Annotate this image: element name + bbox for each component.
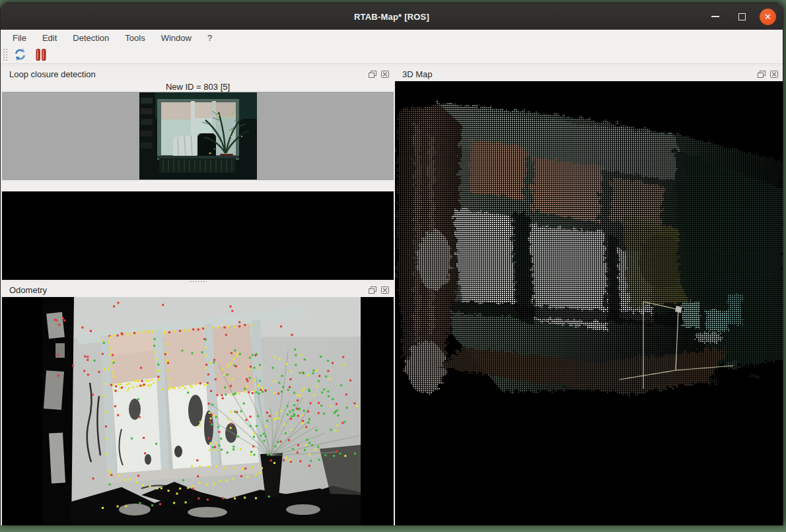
- toolbar-drag-handle[interactable]: [3, 48, 9, 61]
- window-controls: ✕: [707, 3, 776, 30]
- float-icon: [369, 71, 376, 78]
- title-bar[interactable]: RTAB-Map* [ROS] ✕: [1, 3, 783, 30]
- odometry-dock-titlebar[interactable]: Odometry: [2, 283, 394, 297]
- close-box-icon: [770, 71, 778, 78]
- point-cloud-render: [395, 81, 783, 525]
- menu-item-edit[interactable]: Edit: [34, 31, 65, 45]
- rtabmap-window: RTAB-Map* [ROS] ✕ File Edit Detection To…: [0, 3, 783, 525]
- map3d-dock-title: 3D Map: [402, 69, 757, 79]
- minimize-button[interactable]: [707, 8, 724, 25]
- loop-closure-camera-image: [139, 92, 257, 180]
- maximize-icon: [738, 13, 746, 20]
- desktop-background: RTAB-Map* [ROS] ✕ File Edit Detection To…: [0, 0, 786, 532]
- close-box-icon: [381, 71, 389, 78]
- odometry-close-button[interactable]: [380, 286, 390, 294]
- menu-item-detection[interactable]: Detection: [65, 31, 117, 45]
- close-button[interactable]: ✕: [760, 9, 776, 25]
- menu-bar: File Edit Detection Tools Window ?: [1, 30, 783, 46]
- odometry-image-area: [2, 297, 394, 525]
- menu-item-window[interactable]: Window: [153, 31, 199, 45]
- camera-pose-marker: [675, 306, 682, 313]
- maximize-button[interactable]: [733, 8, 750, 25]
- close-box-icon: [381, 286, 389, 294]
- map3d-close-button[interactable]: [769, 70, 779, 78]
- minimize-icon: [711, 16, 719, 17]
- menu-item-tools[interactable]: Tools: [117, 31, 153, 45]
- float-icon: [758, 71, 766, 78]
- refresh-button[interactable]: [11, 47, 28, 63]
- toolbar: [1, 46, 783, 64]
- odometry-camera-image: [42, 297, 361, 525]
- odometry-float-button[interactable]: [368, 286, 377, 294]
- dock-area: Loop closure detection New ID = 803 [: [1, 64, 783, 525]
- window-title: RTAB-Map* [ROS]: [354, 12, 429, 22]
- loop-closure-close-button[interactable]: [380, 70, 390, 78]
- map3d-dock-titlebar[interactable]: 3D Map: [395, 67, 783, 81]
- menu-item-file[interactable]: File: [5, 31, 34, 45]
- menu-item-help[interactable]: ?: [199, 31, 220, 45]
- loop-closure-status-row: New ID = 803 [5]: [2, 81, 394, 92]
- loop-closure-dock-title: Loop closure detection: [9, 69, 368, 79]
- pause-icon: [35, 48, 47, 61]
- loop-closure-float-button[interactable]: [368, 70, 377, 78]
- new-id-status-text: New ID = 803 [5]: [166, 82, 230, 92]
- float-icon: [369, 286, 376, 294]
- loop-closure-dock-titlebar[interactable]: Loop closure detection: [2, 67, 394, 81]
- map3d-float-button[interactable]: [757, 70, 766, 78]
- map3d-viewport[interactable]: [395, 81, 783, 525]
- refresh-icon: [13, 48, 27, 61]
- loop-closure-match-label-row: [2, 180, 394, 191]
- odometry-dock-title: Odometry: [9, 285, 368, 295]
- close-icon: ✕: [764, 13, 771, 21]
- pause-button[interactable]: [32, 47, 50, 63]
- loop-closure-image-area: [2, 92, 394, 180]
- loop-closure-match-image-area: [2, 191, 394, 280]
